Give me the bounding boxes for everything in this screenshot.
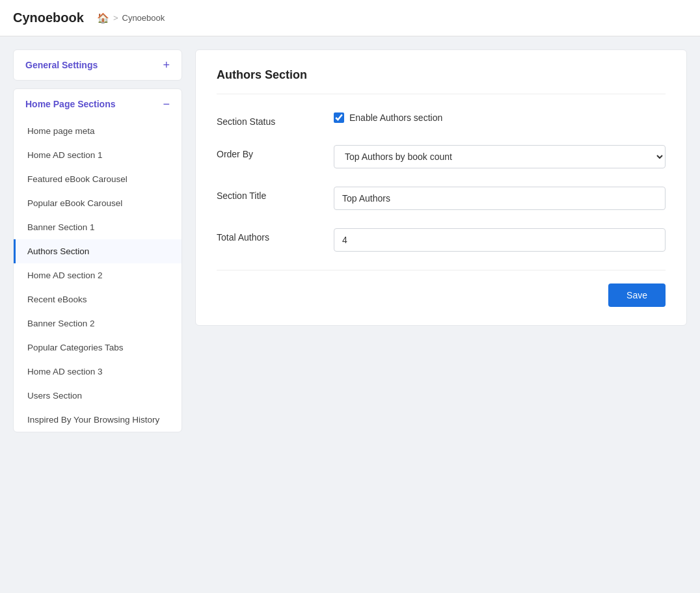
general-settings-title: General Settings: [25, 60, 98, 70]
enable-authors-checkbox-row: Enable Authors section: [334, 112, 666, 123]
sidebar-item-banner-section-1[interactable]: Banner Section 1: [14, 215, 182, 239]
section-status-control: Enable Authors section: [334, 112, 666, 123]
sidebar-item-home-page-meta[interactable]: Home page meta: [14, 119, 182, 143]
sidebar: General Settings + Home Page Sections − …: [13, 49, 182, 580]
total-authors-input[interactable]: [334, 228, 666, 252]
home-page-sections-card: Home Page Sections − Home page metaHome …: [13, 88, 182, 432]
sidebar-item-banner-section-2[interactable]: Banner Section 2: [14, 311, 182, 336]
sidebar-item-recent-ebooks[interactable]: Recent eBooks: [14, 287, 182, 311]
total-authors-control: [334, 228, 666, 252]
order-by-row: Order By Top Authors by book countTop Au…: [217, 145, 666, 168]
order-by-control: Top Authors by book countTop Authors by …: [334, 145, 666, 168]
order-by-select[interactable]: Top Authors by book countTop Authors by …: [334, 145, 666, 168]
save-button[interactable]: Save: [608, 283, 666, 307]
main-layout: General Settings + Home Page Sections − …: [0, 36, 700, 593]
section-title-label: Section Title: [217, 187, 321, 201]
sidebar-item-home-ad-section-3[interactable]: Home AD section 3: [14, 360, 182, 384]
enable-authors-label: Enable Authors section: [349, 112, 442, 123]
breadcrumb-separator: >: [113, 13, 118, 23]
general-settings-card: General Settings +: [13, 49, 182, 81]
section-title-row: Section Title: [217, 187, 666, 210]
sidebar-item-popular-categories-tabs[interactable]: Popular Categories Tabs: [14, 336, 182, 360]
sidebar-item-home-ad-section-1[interactable]: Home AD section 1: [14, 143, 182, 167]
total-authors-row: Total Authors: [217, 228, 666, 252]
sidebar-item-inspired-browsing[interactable]: Inspired By Your Browsing History: [14, 408, 182, 432]
content-card: Authors Section Section Status Enable Au…: [195, 49, 687, 326]
home-page-sections-collapse-icon: −: [163, 98, 170, 110]
section-status-label: Section Status: [217, 112, 321, 127]
breadcrumb: 🏠 > Cynoebook: [97, 12, 165, 24]
breadcrumb-current: Cynoebook: [122, 13, 165, 23]
general-settings-header[interactable]: General Settings +: [14, 50, 182, 80]
enable-authors-checkbox[interactable]: [334, 112, 344, 123]
sidebar-item-users-section[interactable]: Users Section: [14, 384, 182, 408]
section-title-control: [334, 187, 666, 210]
general-settings-expand-icon: +: [163, 59, 170, 71]
sidebar-item-popular-ebook-carousel[interactable]: Popular eBook Carousel: [14, 191, 182, 215]
section-title-input[interactable]: [334, 187, 666, 210]
sidebar-item-featured-ebook-carousel[interactable]: Featured eBook Carousel: [14, 167, 182, 191]
home-icon[interactable]: 🏠: [97, 12, 109, 24]
sidebar-item-authors-section[interactable]: Authors Section: [14, 239, 182, 263]
content-area: Authors Section Section Status Enable Au…: [195, 49, 687, 580]
order-by-label: Order By: [217, 145, 321, 159]
home-page-sections-header[interactable]: Home Page Sections −: [14, 89, 182, 119]
form-footer: Save: [217, 270, 666, 307]
sidebar-nav-list: Home page metaHome AD section 1Featured …: [14, 119, 182, 432]
topbar: Cynoebook 🏠 > Cynoebook: [0, 0, 700, 36]
page-title: Authors Section: [217, 68, 666, 94]
sidebar-item-home-ad-section-2[interactable]: Home AD section 2: [14, 263, 182, 287]
brand-title: Cynoebook: [13, 10, 84, 25]
section-status-row: Section Status Enable Authors section: [217, 112, 666, 127]
total-authors-label: Total Authors: [217, 228, 321, 243]
home-page-sections-title: Home Page Sections: [25, 99, 116, 109]
